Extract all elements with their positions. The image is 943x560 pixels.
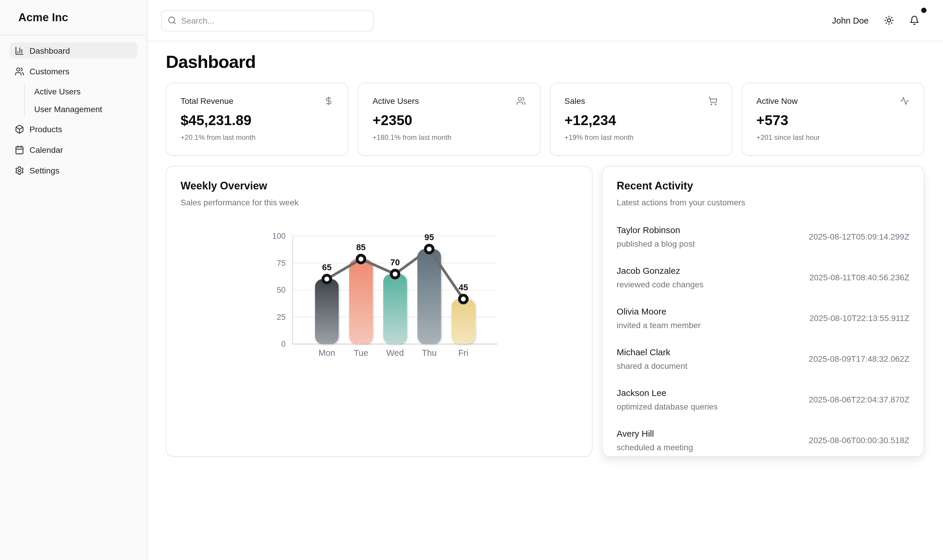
stat-label: Total Revenue: [181, 96, 233, 106]
recent-activity-panel: Recent Activity Latest actions from your…: [602, 166, 924, 457]
activity-timestamp: 2025-08-11T08:40:56.236Z: [809, 272, 909, 282]
activity-timestamp: 2025-08-12T05:09:14.299Z: [809, 232, 909, 242]
activity-action: scheduled a meeting: [617, 443, 693, 452]
brand-title: Acme Inc: [0, 0, 147, 35]
weekly-overview-subtitle: Sales performance for this week: [181, 198, 578, 207]
search-box[interactable]: [161, 10, 374, 31]
bell-icon: [909, 15, 919, 25]
search-input[interactable]: [181, 15, 367, 25]
gear-icon: [15, 166, 24, 175]
sidebar-item-calendar[interactable]: Calendar: [9, 142, 137, 158]
activity-user-name: Avery Hill: [617, 428, 693, 438]
stat-label: Active Now: [757, 96, 798, 106]
notification-dot: [921, 8, 926, 13]
sidebar-item-label: Customers: [29, 66, 69, 76]
weekly-overview-panel: Weekly Overview Sales performance for th…: [166, 166, 592, 457]
stat-value: +573: [757, 112, 910, 129]
bar-fri[interactable]: [451, 299, 475, 344]
activity-timestamp: 2025-08-10T22:13:55.911Z: [809, 313, 909, 323]
recent-activity-title: Recent Activity: [617, 180, 909, 192]
data-label: 65: [322, 263, 331, 272]
sidebar-item-user-management[interactable]: User Management: [33, 102, 137, 116]
stat-card-sales: Sales +12,234 +19% from last month: [550, 83, 732, 156]
sidebar-subnav-customers: Active Users User Management: [24, 84, 137, 116]
data-point-marker: [459, 295, 467, 303]
sidebar-item-label: User Management: [34, 104, 102, 114]
activity-user-name: Jackson Lee: [617, 388, 718, 398]
users-icon: [15, 66, 24, 76]
page-title: Dashboard: [166, 52, 924, 72]
stat-value: +12,234: [565, 112, 718, 129]
activity-action: published a blog post: [617, 239, 695, 248]
stat-change: +201 since last hour: [757, 133, 910, 142]
stat-change: +180.1% from last month: [373, 133, 526, 142]
data-label: 70: [390, 258, 400, 267]
bar-chart-icon: [15, 46, 24, 55]
activity-user-name: Olivia Moore: [617, 306, 701, 316]
cart-icon: [708, 96, 718, 106]
weekly-bar-chart-svg: 02550751006585709545MonTueWedThuFri: [261, 228, 497, 369]
activity-row: Michael Clark shared a document 2025-08-…: [617, 345, 909, 372]
sun-icon: [884, 15, 894, 25]
sidebar-item-customers[interactable]: Customers: [9, 63, 137, 79]
sidebar-item-products[interactable]: Products: [9, 121, 137, 137]
stat-value: $45,231.89: [181, 112, 334, 129]
data-label: 85: [356, 243, 365, 252]
weekly-bar-chart[interactable]: 02550751006585709545MonTueWedThuFri: [261, 228, 497, 372]
activity-row: Jackson Lee optimized database queries 2…: [617, 386, 909, 413]
activity-action: optimized database queries: [617, 402, 718, 411]
activity-user-name: Michael Clark: [617, 347, 688, 357]
sidebar-item-dashboard[interactable]: Dashboard: [9, 43, 137, 58]
stat-change: +19% from last month: [565, 133, 718, 142]
activity-icon: [900, 96, 909, 106]
activity-row: Taylor Robinson published a blog post 20…: [617, 223, 909, 250]
bar-tue[interactable]: [349, 259, 372, 344]
bar-mon[interactable]: [315, 279, 338, 344]
y-axis-tick-label: 75: [277, 259, 285, 268]
calendar-icon: [15, 145, 24, 154]
activity-timestamp: 2025-08-09T17:48:32.062Z: [809, 354, 909, 363]
sidebar-item-label: Dashboard: [29, 46, 70, 55]
x-axis-tick-label: Tue: [354, 348, 368, 358]
x-axis-tick-label: Fri: [458, 348, 468, 358]
activity-timestamp: 2025-08-06T00:00:30.518Z: [809, 435, 909, 445]
y-axis-tick-label: 50: [277, 286, 285, 294]
y-axis-tick-label: 25: [277, 313, 285, 322]
users-icon: [516, 96, 526, 106]
activity-action: invited a team member: [617, 320, 701, 330]
stat-change: +20.1% from last month: [181, 133, 334, 142]
activity-user-name: Jacob Gonzalez: [617, 266, 703, 275]
sidebar-item-active-users[interactable]: Active Users: [33, 84, 137, 98]
sidebar-item-label: Products: [29, 124, 62, 134]
activity-row: Avery Hill scheduled a meeting 2025-08-0…: [617, 427, 909, 454]
sidebar-item-label: Settings: [29, 166, 59, 175]
stat-value: +2350: [373, 112, 526, 129]
activity-action: reviewed code changes: [617, 280, 703, 289]
y-axis-tick-label: 0: [281, 340, 285, 348]
stat-label: Active Users: [373, 96, 419, 106]
package-icon: [15, 124, 24, 134]
bar-wed[interactable]: [383, 274, 406, 344]
activity-timestamp: 2025-08-06T22:04:37.870Z: [809, 395, 909, 404]
stat-card-total-revenue: Total Revenue $45,231.89 +20.1% from las…: [166, 83, 348, 156]
y-axis-tick-label: 100: [272, 232, 285, 240]
notifications-button[interactable]: [909, 15, 919, 25]
x-axis-tick-label: Wed: [386, 348, 403, 358]
activity-user-name: Taylor Robinson: [617, 225, 695, 235]
stat-card-active-users: Active Users +2350 +180.1% from last mon…: [358, 83, 540, 156]
stat-card-active-now: Active Now +573 +201 since last hour: [742, 83, 925, 156]
user-name[interactable]: John Doe: [832, 15, 869, 25]
activity-row: Jacob Gonzalez reviewed code changes 202…: [617, 264, 909, 291]
sidebar-item-label: Active Users: [34, 86, 80, 96]
data-label: 95: [424, 232, 434, 242]
data-label: 45: [458, 283, 468, 292]
sidebar: Acme Inc Dashboard Customers Active User…: [0, 0, 148, 560]
sidebar-item-settings[interactable]: Settings: [9, 162, 137, 178]
theme-toggle-button[interactable]: [884, 15, 894, 25]
x-axis-tick-label: Mon: [318, 348, 335, 358]
data-point-marker: [323, 275, 331, 283]
data-point-marker: [425, 245, 433, 253]
sidebar-nav: Dashboard Customers Active Users User Ma…: [0, 35, 147, 190]
data-point-marker: [391, 270, 398, 278]
activity-action: shared a document: [617, 361, 688, 371]
